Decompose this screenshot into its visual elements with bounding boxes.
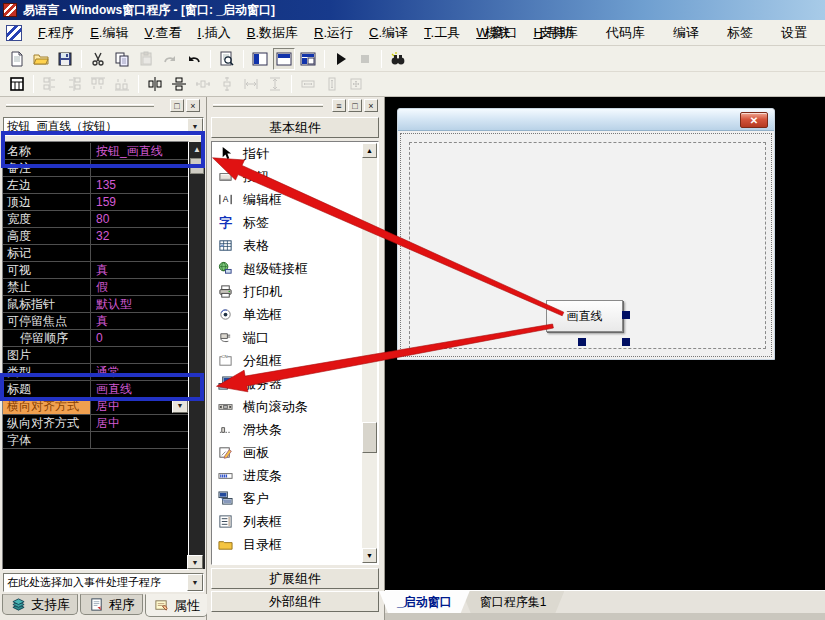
- same-height-icon[interactable]: [321, 73, 343, 95]
- chevron-down-icon[interactable]: ▼: [187, 574, 203, 591]
- menu-item[interactable]: R.运行: [306, 25, 361, 40]
- property-value[interactable]: [90, 245, 188, 261]
- basic-components-header-button[interactable]: 基本组件: [211, 117, 379, 138]
- menu-item[interactable]: F.程序: [30, 25, 82, 40]
- property-row[interactable]: 鼠标指针默认型: [3, 296, 188, 313]
- component-item[interactable]: 按钮: [212, 165, 363, 188]
- component-item[interactable]: 客户: [212, 487, 363, 510]
- extended-components-button[interactable]: 扩展组件: [211, 568, 379, 589]
- new-doc-icon[interactable]: [6, 48, 28, 70]
- cut-icon[interactable]: [87, 48, 109, 70]
- component-item[interactable]: CN分组框: [212, 349, 363, 372]
- property-row[interactable]: 左边135: [3, 177, 188, 194]
- component-item[interactable]: 超级链接框: [212, 257, 363, 280]
- property-row[interactable]: 标记: [3, 245, 188, 262]
- component-item[interactable]: 画板: [212, 441, 363, 464]
- property-value[interactable]: [90, 160, 188, 176]
- center-vertical-icon[interactable]: [168, 73, 190, 95]
- fit-height-icon[interactable]: [264, 73, 286, 95]
- component-item[interactable]: A编辑框: [212, 188, 363, 211]
- component-item[interactable]: 列表框: [212, 510, 363, 533]
- property-row[interactable]: 标题画直线: [3, 381, 188, 398]
- panel-grab-handle[interactable]: [6, 104, 154, 107]
- component-item[interactable]: 服务器: [212, 372, 363, 395]
- resize-handle-bottom[interactable]: [578, 338, 586, 346]
- property-value[interactable]: 0: [90, 330, 188, 346]
- property-value[interactable]: [90, 347, 188, 363]
- center-horizontal-icon[interactable]: [144, 73, 166, 95]
- property-row[interactable]: 图片: [3, 347, 188, 364]
- menu-item[interactable]: 模块: [471, 24, 525, 42]
- property-value[interactable]: 画直线: [90, 381, 188, 397]
- menu-item[interactable]: 编译: [659, 24, 713, 42]
- draw-line-button[interactable]: 画直线: [546, 300, 623, 332]
- tab-active-property-hand[interactable]: 属性: [145, 594, 208, 617]
- same-width-icon[interactable]: [297, 73, 319, 95]
- property-value[interactable]: 默认型: [90, 296, 188, 312]
- component-item[interactable]: 进度条: [212, 464, 363, 487]
- property-row[interactable]: 停留顺序0: [3, 330, 188, 347]
- paste-icon[interactable]: [135, 48, 157, 70]
- close-icon[interactable]: ✕: [740, 112, 768, 128]
- property-value[interactable]: 80: [90, 211, 188, 227]
- scrollbar-thumb[interactable]: [362, 422, 377, 453]
- menu-item[interactable]: V.查看: [136, 25, 189, 40]
- property-row[interactable]: 字体: [3, 432, 188, 449]
- scroll-down-icon[interactable]: ▼: [362, 548, 377, 563]
- property-row[interactable]: 可视真: [3, 262, 188, 279]
- property-row[interactable]: 禁止假: [3, 279, 188, 296]
- align-right-icon[interactable]: [63, 73, 85, 95]
- form-grid-icon[interactable]: [6, 73, 28, 95]
- component-item[interactable]: 指针: [212, 142, 363, 165]
- property-row[interactable]: 可停留焦点真: [3, 313, 188, 330]
- component-selector-combo[interactable]: 按钮_画直线（按钮） ▼: [3, 117, 204, 136]
- property-value[interactable]: 32: [90, 228, 188, 244]
- property-row[interactable]: 类型通常: [3, 364, 188, 381]
- resize-handle-corner[interactable]: [622, 338, 630, 346]
- layout-mixed-icon[interactable]: [297, 48, 319, 70]
- component-list-scrollbar[interactable]: ▲ ▼: [362, 143, 377, 563]
- align-top-icon[interactable]: [87, 73, 109, 95]
- component-item[interactable]: 端口: [212, 326, 363, 349]
- menu-item[interactable]: B.数据库: [239, 25, 306, 40]
- space-horizontal-icon[interactable]: [192, 73, 214, 95]
- binoculars-icon[interactable]: [387, 48, 409, 70]
- panel-menu-button[interactable]: ≡: [332, 99, 346, 112]
- layout-left-icon[interactable]: [249, 48, 271, 70]
- scroll-up-icon[interactable]: ▲: [362, 143, 377, 158]
- menu-item[interactable]: I.插入: [190, 25, 239, 40]
- tab-books[interactable]: 支持库: [2, 594, 78, 615]
- designer-tab[interactable]: 窗口程序集1: [462, 591, 565, 613]
- same-size-icon[interactable]: [345, 73, 367, 95]
- property-value[interactable]: 居中: [90, 398, 172, 414]
- component-item[interactable]: 表格: [212, 234, 363, 257]
- component-item[interactable]: 字标签: [212, 211, 363, 234]
- open-folder-icon[interactable]: [30, 48, 52, 70]
- menu-item[interactable]: C.编译: [361, 25, 416, 40]
- hidden-combo-chevron-down-icon[interactable]: ▼: [187, 555, 203, 569]
- panel-restore-button[interactable]: □: [348, 99, 362, 112]
- property-row[interactable]: 横向对齐方式居中▼: [3, 398, 188, 415]
- panel-close-button[interactable]: ×: [186, 99, 200, 112]
- property-value[interactable]: 真: [90, 262, 188, 278]
- tab-program-doc[interactable]: 程序: [80, 594, 143, 615]
- menu-item[interactable]: 支持库: [525, 24, 592, 42]
- resize-handle-right[interactable]: [622, 311, 630, 319]
- property-value[interactable]: 假: [90, 279, 188, 295]
- find-doc-icon[interactable]: [216, 48, 238, 70]
- designer-tab[interactable]: _启动窗口: [379, 591, 470, 613]
- component-item[interactable]: 滑块条: [212, 418, 363, 441]
- component-item[interactable]: 横向滚动条: [212, 395, 363, 418]
- space-vertical-icon[interactable]: [216, 73, 238, 95]
- layout-top-icon[interactable]: [273, 48, 295, 70]
- chevron-down-icon[interactable]: ▼: [187, 118, 203, 135]
- event-selector-combo[interactable]: 在此处选择加入事件处理子程序 ▼: [3, 573, 204, 592]
- scrollbar-thumb[interactable]: [190, 158, 204, 174]
- scroll-up-icon[interactable]: ▲: [189, 142, 205, 157]
- property-row[interactable]: 名称按钮_画直线: [3, 143, 188, 160]
- stop-icon[interactable]: [354, 48, 376, 70]
- property-value[interactable]: 按钮_画直线: [90, 143, 188, 159]
- redo-icon[interactable]: [159, 48, 181, 70]
- component-item[interactable]: 目录框: [212, 533, 363, 556]
- run-icon[interactable]: [330, 48, 352, 70]
